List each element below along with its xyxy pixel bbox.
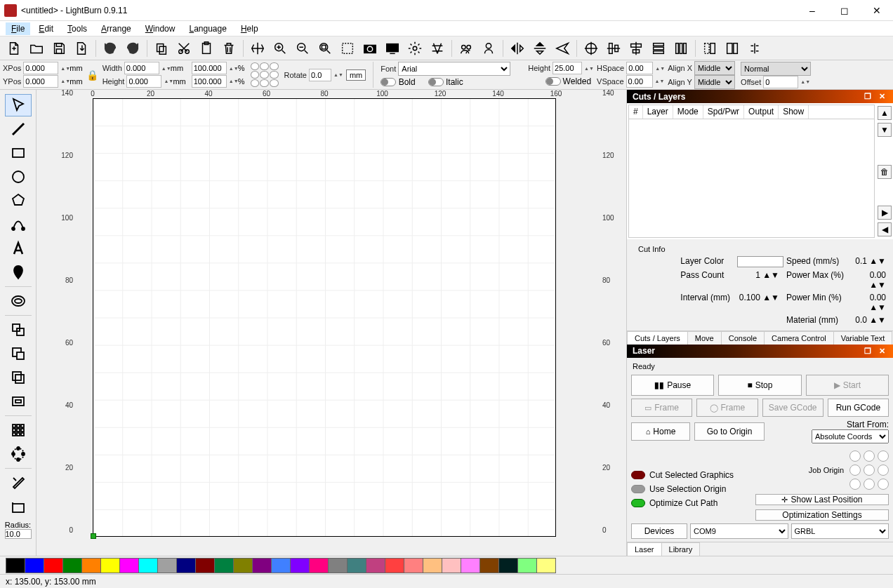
send-icon[interactable] xyxy=(553,39,572,58)
tab-library[interactable]: Library xyxy=(661,542,701,556)
paste-icon[interactable] xyxy=(197,39,216,58)
pause-button[interactable]: ▮▮Pause xyxy=(631,375,714,396)
welded-toggle[interactable] xyxy=(545,77,561,86)
palette-swatch[interactable] xyxy=(479,558,499,573)
col-spdpwr[interactable]: Spd/Pwr xyxy=(703,105,744,119)
tab-camera-control[interactable]: Camera Control xyxy=(764,331,834,345)
palette-swatch[interactable] xyxy=(442,558,461,573)
palette-swatch[interactable] xyxy=(536,558,556,573)
palette-swatch[interactable] xyxy=(119,558,139,573)
width-input[interactable] xyxy=(124,62,159,74)
pan-icon[interactable] xyxy=(248,39,267,58)
panel-undock-icon[interactable]: ❐ xyxy=(862,91,873,102)
camera-icon[interactable] xyxy=(360,39,380,58)
work-area[interactable] xyxy=(93,98,556,537)
panel-undock-icon[interactable]: ❐ xyxy=(862,345,873,356)
flip-h-icon[interactable] xyxy=(508,39,527,58)
boolean-intersect-tool[interactable] xyxy=(5,366,32,389)
palette-swatch[interactable] xyxy=(366,558,385,573)
boolean-xor-tool[interactable] xyxy=(5,390,32,413)
undo-icon[interactable] xyxy=(100,39,120,58)
text-mode-select[interactable]: Normal xyxy=(741,62,811,76)
go-origin-button[interactable]: Go to Origin xyxy=(694,422,765,441)
save-icon[interactable] xyxy=(49,39,69,58)
arrange-1-icon[interactable] xyxy=(700,39,720,58)
hspace-input[interactable] xyxy=(626,62,653,74)
text-height-input[interactable] xyxy=(553,62,582,74)
menu-help[interactable]: Help xyxy=(235,22,264,35)
edit-nodes-tool[interactable] xyxy=(5,213,32,236)
maximize-button[interactable]: ◻ xyxy=(828,0,861,21)
cuts-table[interactable]: #LayerModeSpd/PwrOutputShow xyxy=(628,105,875,237)
alignx-select[interactable]: Middle xyxy=(694,61,735,75)
vspace-input[interactable] xyxy=(626,75,653,88)
palette-swatch[interactable] xyxy=(100,558,120,573)
port-select[interactable]: COM9 xyxy=(690,523,788,539)
canvas[interactable]: 020406080100120140160 020406080100120140… xyxy=(37,90,626,556)
tab-console[interactable]: Console xyxy=(721,331,765,345)
palette-swatch[interactable] xyxy=(461,558,480,573)
col-mode[interactable]: Mode xyxy=(673,105,703,119)
dist-h-icon[interactable] xyxy=(671,39,691,58)
optimization-settings-button[interactable]: Optimization Settings xyxy=(755,509,889,521)
palette-swatch[interactable] xyxy=(404,558,423,573)
preview-icon[interactable] xyxy=(383,39,402,58)
marker-tool[interactable] xyxy=(5,261,32,283)
menu-file[interactable]: File xyxy=(6,22,30,35)
origin-selector[interactable] xyxy=(251,62,279,88)
start-button[interactable]: ▶Start xyxy=(806,375,889,396)
align-v-icon[interactable] xyxy=(604,39,623,58)
palette-swatch[interactable] xyxy=(81,558,101,573)
palette-swatch[interactable] xyxy=(176,558,196,573)
menu-window[interactable]: Window xyxy=(140,22,181,35)
settings-icon[interactable] xyxy=(405,39,425,58)
stop-button[interactable]: ■Stop xyxy=(718,375,801,396)
bold-toggle[interactable] xyxy=(381,78,396,86)
align-h-icon[interactable] xyxy=(626,39,646,58)
palette-swatch[interactable] xyxy=(309,558,329,573)
layer-right-button[interactable]: ▶ xyxy=(878,206,892,220)
polygon-tool[interactable] xyxy=(5,189,32,212)
tab-variable-text[interactable]: Variable Text xyxy=(833,331,893,345)
palette-swatch[interactable] xyxy=(498,558,518,573)
menu-arrange[interactable]: Arrange xyxy=(95,22,137,35)
italic-toggle[interactable] xyxy=(428,78,444,86)
offset-input[interactable] xyxy=(763,76,798,88)
dist-v-icon[interactable] xyxy=(649,39,668,58)
text-tool[interactable] xyxy=(5,237,32,260)
palette-swatch[interactable] xyxy=(214,558,234,573)
tab-cuts-layers[interactable]: Cuts / Layers xyxy=(627,331,688,345)
font-select[interactable]: Arial xyxy=(398,62,510,76)
palette-swatch[interactable] xyxy=(517,558,537,573)
palette-swatch[interactable] xyxy=(6,558,25,573)
rotate-input[interactable] xyxy=(309,69,331,81)
palette-swatch[interactable] xyxy=(195,558,215,573)
tab-move[interactable]: Move xyxy=(687,331,722,345)
palette-swatch[interactable] xyxy=(385,558,404,573)
zoom-fit-icon[interactable] xyxy=(315,39,335,58)
open-icon[interactable] xyxy=(27,39,46,58)
frame-circle-button[interactable]: ◯ Frame xyxy=(696,399,758,417)
panel-close-icon[interactable]: ✕ xyxy=(876,91,887,102)
height-input[interactable] xyxy=(126,75,161,88)
col-[interactable]: # xyxy=(629,105,643,119)
close-path-tool[interactable] xyxy=(5,495,32,518)
palette-swatch[interactable] xyxy=(62,558,82,573)
palette-swatch[interactable] xyxy=(328,558,348,573)
layer-up-button[interactable]: ▲ xyxy=(878,106,892,120)
tab-laser[interactable]: Laser xyxy=(627,542,662,556)
radius-input[interactable] xyxy=(5,529,32,539)
zoom-in-icon[interactable] xyxy=(270,39,290,58)
menu-edit[interactable]: Edit xyxy=(33,22,59,35)
palette-swatch[interactable] xyxy=(44,558,63,573)
ungroup-icon[interactable] xyxy=(479,39,498,58)
optimize-cut-toggle[interactable] xyxy=(631,499,645,507)
devices-button[interactable]: Devices xyxy=(631,523,687,539)
use-selection-toggle[interactable] xyxy=(631,485,645,493)
offset-tool[interactable] xyxy=(5,290,32,312)
cut-selected-toggle[interactable] xyxy=(631,471,645,479)
minimize-button[interactable]: – xyxy=(796,0,828,21)
device-settings-icon[interactable] xyxy=(428,39,447,58)
circular-array-tool[interactable] xyxy=(5,443,32,465)
import-icon[interactable] xyxy=(72,39,91,58)
